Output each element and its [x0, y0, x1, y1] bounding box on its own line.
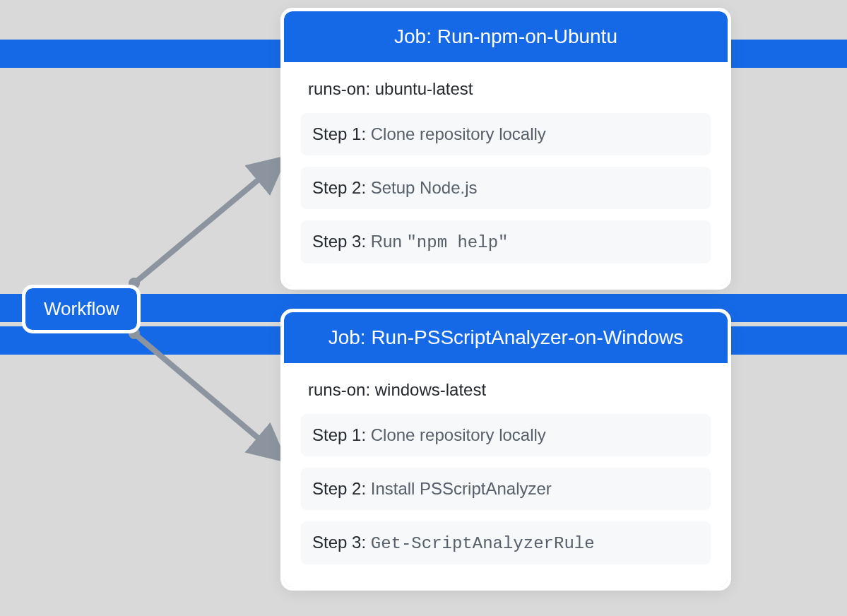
job-step: Step 2: Setup Node.js [301, 167, 711, 209]
step-label: Step 2: [312, 178, 366, 197]
workflow-label: Workflow [44, 298, 119, 319]
step-description: Install PSScriptAnalyzer [371, 479, 552, 498]
job-step: Step 3: Run "npm help" [301, 220, 711, 263]
workflow-node: Workflow [25, 288, 137, 330]
job-step: Step 3: Get-ScriptAnalyzerRule [301, 521, 711, 564]
job-card-windows: Job: Run-PSScriptAnalyzer-on-Windows run… [284, 312, 728, 587]
step-label: Step 1: [312, 124, 366, 143]
step-label: Step 3: [312, 533, 366, 552]
job-header: Job: Run-npm-on-Ubuntu [284, 11, 728, 62]
runs-on-label: runs-on: ubuntu-latest [301, 79, 711, 99]
job-step: Step 1: Clone repository locally [301, 414, 711, 456]
step-code: "npm help" [406, 233, 508, 252]
step-description: Setup Node.js [371, 178, 478, 197]
job-body: runs-on: ubuntu-latest Step 1: Clone rep… [284, 62, 728, 286]
job-card-ubuntu: Job: Run-npm-on-Ubuntu runs-on: ubuntu-l… [284, 11, 728, 286]
runs-on-label: runs-on: windows-latest [301, 380, 711, 400]
step-label: Step 3: [312, 232, 366, 251]
workflow-diagram: Workflow Job: Run-npm-on-Ubuntu runs-on:… [0, 0, 847, 616]
job-body: runs-on: windows-latest Step 1: Clone re… [284, 363, 728, 587]
step-code: Get-ScriptAnalyzerRule [371, 534, 595, 553]
step-description: Clone repository locally [371, 124, 546, 143]
job-title: Job: Run-npm-on-Ubuntu [394, 25, 617, 47]
step-run-prefix: Run [371, 232, 407, 251]
step-description: Clone repository locally [371, 425, 546, 444]
job-title: Job: Run-PSScriptAnalyzer-on-Windows [328, 326, 684, 348]
job-header: Job: Run-PSScriptAnalyzer-on-Windows [284, 312, 728, 363]
job-step: Step 2: Install PSScriptAnalyzer [301, 468, 711, 510]
step-label: Step 1: [312, 425, 366, 444]
svg-line-1 [134, 162, 279, 283]
connector-dot-top [129, 278, 140, 289]
job-step: Step 1: Clone repository locally [301, 113, 711, 155]
step-label: Step 2: [312, 479, 366, 498]
